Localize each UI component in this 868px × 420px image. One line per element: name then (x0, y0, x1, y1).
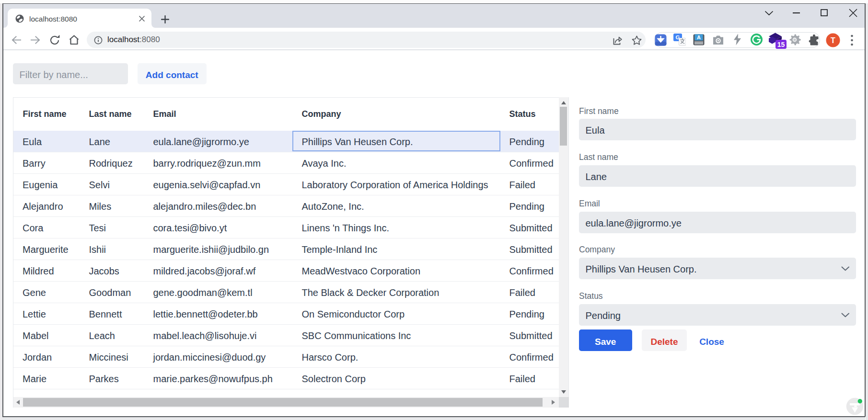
svg-text:A: A (697, 34, 701, 40)
svg-text:T: T (831, 36, 835, 45)
svg-text:15: 15 (777, 41, 785, 48)
